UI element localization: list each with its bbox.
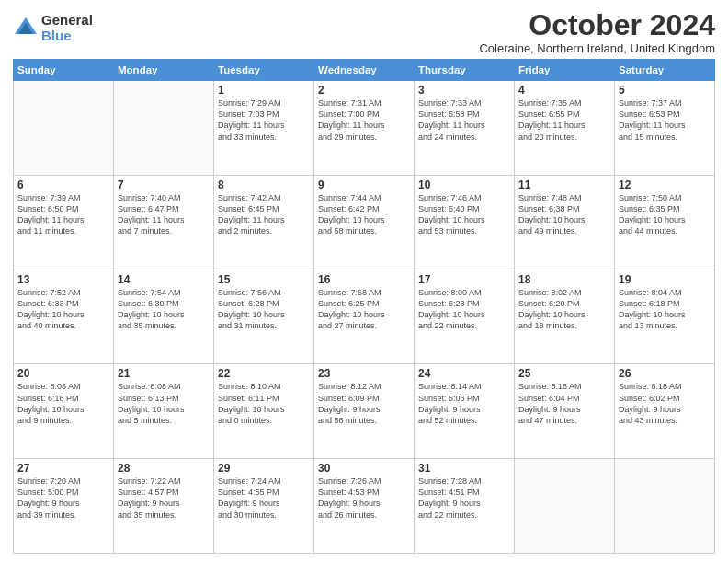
day-info: Sunrise: 7:20 AM Sunset: 5:00 PM Dayligh… (17, 476, 109, 521)
calendar-cell: 20Sunrise: 8:06 AM Sunset: 6:16 PM Dayli… (14, 364, 114, 459)
calendar-header-thursday: Thursday (415, 60, 515, 81)
day-number: 27 (17, 462, 109, 475)
day-info: Sunrise: 7:24 AM Sunset: 4:55 PM Dayligh… (218, 476, 310, 521)
calendar-cell: 26Sunrise: 8:18 AM Sunset: 6:02 PM Dayli… (615, 364, 715, 459)
day-number: 1 (218, 84, 310, 97)
day-number: 8 (218, 178, 310, 191)
calendar-cell: 15Sunrise: 7:56 AM Sunset: 6:28 PM Dayli… (214, 270, 314, 364)
calendar-header-wednesday: Wednesday (314, 60, 415, 81)
calendar-cell: 9Sunrise: 7:44 AM Sunset: 6:42 PM Daylig… (314, 175, 415, 270)
calendar-week-1: 1Sunrise: 7:29 AM Sunset: 7:03 PM Daylig… (14, 81, 715, 176)
day-info: Sunrise: 7:39 AM Sunset: 6:50 PM Dayligh… (17, 192, 109, 237)
day-number: 12 (619, 178, 711, 191)
day-info: Sunrise: 8:10 AM Sunset: 6:11 PM Dayligh… (218, 381, 310, 426)
day-info: Sunrise: 7:28 AM Sunset: 4:51 PM Dayligh… (418, 476, 510, 521)
calendar-header-monday: Monday (114, 60, 214, 81)
calendar-header-friday: Friday (515, 60, 615, 81)
calendar-table: SundayMondayTuesdayWednesdayThursdayFrid… (13, 59, 715, 554)
day-number: 3 (418, 84, 510, 97)
day-number: 23 (318, 367, 410, 380)
calendar-cell: 19Sunrise: 8:04 AM Sunset: 6:18 PM Dayli… (615, 270, 715, 364)
calendar-cell (114, 81, 214, 176)
calendar-header-saturday: Saturday (615, 60, 715, 81)
day-number: 16 (318, 273, 410, 286)
calendar-cell: 28Sunrise: 7:22 AM Sunset: 4:57 PM Dayli… (114, 459, 214, 554)
calendar-cell: 11Sunrise: 7:48 AM Sunset: 6:38 PM Dayli… (515, 175, 615, 270)
day-number: 18 (518, 273, 610, 286)
day-number: 22 (218, 367, 310, 380)
calendar-cell: 6Sunrise: 7:39 AM Sunset: 6:50 PM Daylig… (14, 175, 114, 270)
calendar-cell: 12Sunrise: 7:50 AM Sunset: 6:35 PM Dayli… (615, 175, 715, 270)
day-info: Sunrise: 7:52 AM Sunset: 6:33 PM Dayligh… (17, 287, 109, 332)
day-info: Sunrise: 8:14 AM Sunset: 6:06 PM Dayligh… (418, 381, 510, 426)
calendar-cell: 17Sunrise: 8:00 AM Sunset: 6:23 PM Dayli… (415, 270, 515, 364)
calendar-cell: 8Sunrise: 7:42 AM Sunset: 6:45 PM Daylig… (214, 175, 314, 270)
day-info: Sunrise: 8:08 AM Sunset: 6:13 PM Dayligh… (118, 381, 210, 426)
day-info: Sunrise: 8:00 AM Sunset: 6:23 PM Dayligh… (418, 287, 510, 332)
calendar-cell: 2Sunrise: 7:31 AM Sunset: 7:00 PM Daylig… (314, 81, 415, 176)
calendar-cell: 1Sunrise: 7:29 AM Sunset: 7:03 PM Daylig… (214, 81, 314, 176)
day-number: 24 (418, 367, 510, 380)
day-number: 7 (118, 178, 210, 191)
day-info: Sunrise: 8:02 AM Sunset: 6:20 PM Dayligh… (518, 287, 610, 332)
logo-icon (13, 16, 39, 41)
day-number: 25 (518, 367, 610, 380)
calendar-cell (14, 81, 114, 176)
day-number: 20 (17, 367, 109, 380)
title-area: October 2024 Coleraine, Northern Ireland… (479, 9, 715, 55)
calendar-week-2: 6Sunrise: 7:39 AM Sunset: 6:50 PM Daylig… (14, 175, 715, 270)
day-info: Sunrise: 7:40 AM Sunset: 6:47 PM Dayligh… (118, 192, 210, 237)
day-number: 6 (17, 178, 109, 191)
calendar-cell: 23Sunrise: 8:12 AM Sunset: 6:09 PM Dayli… (314, 364, 415, 459)
logo-text: General Blue (41, 13, 93, 43)
day-info: Sunrise: 7:29 AM Sunset: 7:03 PM Dayligh… (218, 98, 310, 143)
logo: General Blue (13, 13, 93, 43)
calendar-cell: 3Sunrise: 7:33 AM Sunset: 6:58 PM Daylig… (415, 81, 515, 176)
calendar-week-3: 13Sunrise: 7:52 AM Sunset: 6:33 PM Dayli… (14, 270, 715, 364)
calendar-cell: 5Sunrise: 7:37 AM Sunset: 6:53 PM Daylig… (615, 81, 715, 176)
day-number: 30 (318, 462, 410, 475)
day-number: 15 (218, 273, 310, 286)
calendar-week-5: 27Sunrise: 7:20 AM Sunset: 5:00 PM Dayli… (14, 459, 715, 554)
day-info: Sunrise: 8:04 AM Sunset: 6:18 PM Dayligh… (619, 287, 711, 332)
day-number: 9 (318, 178, 410, 191)
day-info: Sunrise: 7:44 AM Sunset: 6:42 PM Dayligh… (318, 192, 410, 237)
calendar-cell: 24Sunrise: 8:14 AM Sunset: 6:06 PM Dayli… (415, 364, 515, 459)
calendar-cell: 31Sunrise: 7:28 AM Sunset: 4:51 PM Dayli… (415, 459, 515, 554)
calendar-cell: 30Sunrise: 7:26 AM Sunset: 4:53 PM Dayli… (314, 459, 415, 554)
calendar-cell: 21Sunrise: 8:08 AM Sunset: 6:13 PM Dayli… (114, 364, 214, 459)
calendar-cell: 16Sunrise: 7:58 AM Sunset: 6:25 PM Dayli… (314, 270, 415, 364)
day-info: Sunrise: 7:26 AM Sunset: 4:53 PM Dayligh… (318, 476, 410, 521)
calendar-header-tuesday: Tuesday (214, 60, 314, 81)
day-info: Sunrise: 8:06 AM Sunset: 6:16 PM Dayligh… (17, 381, 109, 426)
day-info: Sunrise: 7:46 AM Sunset: 6:40 PM Dayligh… (418, 192, 510, 237)
day-number: 11 (518, 178, 610, 191)
day-number: 26 (619, 367, 711, 380)
day-number: 19 (619, 273, 711, 286)
day-info: Sunrise: 7:42 AM Sunset: 6:45 PM Dayligh… (218, 192, 310, 237)
day-number: 5 (619, 84, 711, 97)
day-info: Sunrise: 7:35 AM Sunset: 6:55 PM Dayligh… (518, 98, 610, 143)
logo-general: General (41, 13, 93, 29)
day-info: Sunrise: 8:16 AM Sunset: 6:04 PM Dayligh… (518, 381, 610, 426)
day-info: Sunrise: 7:37 AM Sunset: 6:53 PM Dayligh… (619, 98, 711, 143)
calendar-cell: 7Sunrise: 7:40 AM Sunset: 6:47 PM Daylig… (114, 175, 214, 270)
day-number: 21 (118, 367, 210, 380)
calendar-cell: 18Sunrise: 8:02 AM Sunset: 6:20 PM Dayli… (515, 270, 615, 364)
calendar-cell: 13Sunrise: 7:52 AM Sunset: 6:33 PM Dayli… (14, 270, 114, 364)
day-number: 13 (17, 273, 109, 286)
logo-blue: Blue (41, 29, 93, 44)
calendar-cell: 14Sunrise: 7:54 AM Sunset: 6:30 PM Dayli… (114, 270, 214, 364)
day-info: Sunrise: 7:54 AM Sunset: 6:30 PM Dayligh… (118, 287, 210, 332)
day-info: Sunrise: 7:50 AM Sunset: 6:35 PM Dayligh… (619, 192, 711, 237)
calendar-cell: 27Sunrise: 7:20 AM Sunset: 5:00 PM Dayli… (14, 459, 114, 554)
day-number: 17 (418, 273, 510, 286)
day-info: Sunrise: 7:33 AM Sunset: 6:58 PM Dayligh… (418, 98, 510, 143)
calendar-cell: 29Sunrise: 7:24 AM Sunset: 4:55 PM Dayli… (214, 459, 314, 554)
calendar-cell: 22Sunrise: 8:10 AM Sunset: 6:11 PM Dayli… (214, 364, 314, 459)
calendar-cell (515, 459, 615, 554)
header: General Blue October 2024 Coleraine, Nor… (13, 9, 715, 55)
day-number: 10 (418, 178, 510, 191)
page: General Blue October 2024 Coleraine, Nor… (0, 0, 728, 563)
day-number: 2 (318, 84, 410, 97)
